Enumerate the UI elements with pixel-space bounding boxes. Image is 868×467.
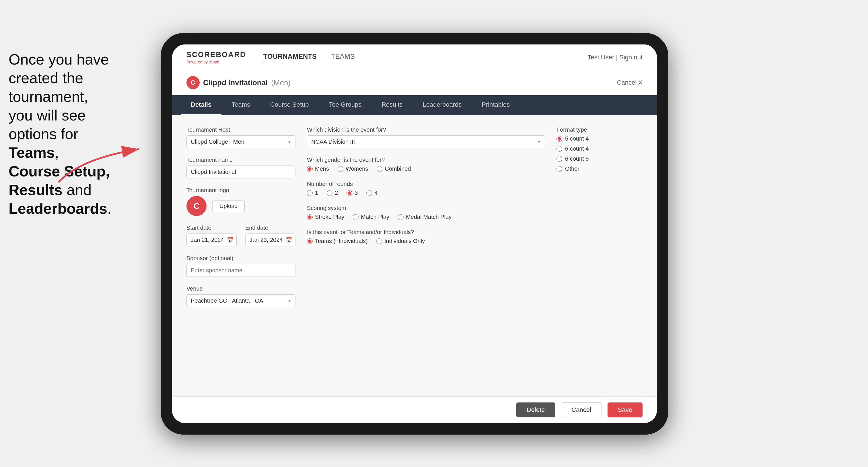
tournament-name-input[interactable]	[186, 165, 296, 179]
rounds-1-label: 1	[315, 190, 318, 196]
form-area: Tournament Host Clippd College - Men Tou…	[172, 115, 657, 397]
tournament-host-label: Tournament Host	[186, 126, 296, 133]
venue-group: Venue Peachtree GC - Atlanta - GA	[186, 285, 296, 307]
individuals-only-label: Individuals Only	[384, 238, 425, 244]
individuals-only-radio[interactable]	[376, 238, 382, 244]
scoring-stroke-radio[interactable]	[307, 214, 313, 220]
scoring-medal-label: Medal Match Play	[406, 214, 452, 220]
start-date-icon: 📅	[227, 237, 233, 243]
rounds-3[interactable]: 3	[346, 190, 358, 196]
start-date-group: Start date 📅	[186, 225, 237, 246]
division-group: Which division is the event for? NCAA Di…	[307, 126, 545, 148]
tournament-host-select-wrapper: Clippd College - Men	[186, 135, 296, 148]
scoring-stroke-label: Stroke Play	[315, 214, 344, 220]
left-column: Tournament Host Clippd College - Men Tou…	[186, 126, 296, 385]
date-row: Start date 📅 End date 📅	[186, 225, 296, 246]
tab-course-setup[interactable]: Course Setup	[260, 95, 319, 115]
tournament-name-group: Tournament name	[186, 157, 296, 179]
arrow-indicator	[55, 134, 157, 194]
cancel-x-button[interactable]: Cancel X	[617, 79, 643, 86]
gender-mens-radio[interactable]	[307, 166, 313, 172]
format-other[interactable]: Other	[557, 165, 643, 172]
format-6count5-radio[interactable]	[557, 156, 562, 162]
rounds-1-radio[interactable]	[307, 190, 313, 196]
end-date-wrapper: 📅	[245, 234, 296, 246]
start-date-label: Start date	[186, 225, 237, 231]
format-6count4[interactable]: 6 count 4	[557, 146, 643, 152]
scoring-medal-match-play[interactable]: Medal Match Play	[398, 214, 452, 220]
rounds-3-radio[interactable]	[346, 190, 352, 196]
scoring-match-play[interactable]: Match Play	[353, 214, 389, 220]
rounds-4[interactable]: 4	[366, 190, 377, 196]
rounds-2-label: 2	[335, 190, 338, 196]
tab-tee-groups[interactable]: Tee Groups	[319, 95, 371, 115]
upload-button[interactable]: Upload	[212, 200, 245, 212]
dates-group: Start date 📅 End date 📅	[186, 225, 296, 246]
format-5count4-radio[interactable]	[557, 136, 562, 142]
format-other-radio[interactable]	[557, 166, 562, 172]
rounds-1[interactable]: 1	[307, 190, 318, 196]
tournament-logo: C	[186, 76, 199, 89]
gender-womens-radio[interactable]	[338, 166, 343, 172]
teams-plus-individuals[interactable]: Teams (+Individuals)	[307, 238, 368, 244]
rounds-label: Number of rounds	[307, 181, 545, 187]
cancel-button[interactable]: Cancel	[561, 402, 601, 417]
tab-printables[interactable]: Printables	[472, 95, 520, 115]
division-label: Which division is the event for?	[307, 126, 545, 133]
end-date-group: End date 📅	[245, 225, 296, 246]
bold-teams: Teams	[9, 144, 55, 161]
sponsor-label: Sponsor (optional)	[186, 255, 296, 261]
main-content: Tournament Host Clippd College - Men Tou…	[172, 115, 657, 423]
scoring-group: Scoring system Stroke Play Match Play	[307, 205, 545, 220]
logo-title: SCOREBOARD	[186, 50, 246, 59]
sponsor-group: Sponsor (optional)	[186, 255, 296, 277]
scoring-label: Scoring system	[307, 205, 545, 211]
nav-links: TOURNAMENTS TEAMS	[263, 53, 588, 62]
format-6count4-radio[interactable]	[557, 146, 562, 152]
gender-womens-label: Womens	[346, 165, 368, 172]
tab-teams[interactable]: Teams	[221, 95, 260, 115]
gender-womens[interactable]: Womens	[338, 165, 368, 172]
bold-results: Results	[9, 182, 63, 198]
gender-group: Which gender is the event for? Mens Wome…	[307, 157, 545, 172]
nav-teams[interactable]: TEAMS	[331, 53, 355, 62]
individuals-only[interactable]: Individuals Only	[376, 238, 425, 244]
venue-select[interactable]: Peachtree GC - Atlanta - GA	[186, 294, 296, 307]
end-date-icon: 📅	[286, 237, 292, 243]
division-select[interactable]: NCAA Division III	[307, 135, 545, 148]
tab-details[interactable]: Details	[181, 95, 221, 115]
scoring-match-radio[interactable]	[353, 214, 359, 220]
gender-mens[interactable]: Mens	[307, 165, 329, 172]
delete-button[interactable]: Delete	[516, 402, 555, 417]
user-info[interactable]: Test User | Sign out	[587, 54, 643, 61]
gender-combined-label: Combined	[385, 165, 411, 172]
bold-leaderboards: Leaderboards	[9, 200, 107, 217]
format-5count4[interactable]: 5 count 4	[557, 135, 643, 142]
tab-leaderboards[interactable]: Leaderboards	[413, 95, 472, 115]
tournament-host-select[interactable]: Clippd College - Men	[186, 135, 296, 148]
gender-combined-radio[interactable]	[377, 166, 382, 172]
tournament-logo-label: Tournament logo	[186, 187, 296, 194]
format-other-label: Other	[565, 165, 580, 172]
format-6count5[interactable]: 6 count 5	[557, 155, 643, 162]
gender-mens-label: Mens	[315, 165, 329, 172]
teams-plus-radio[interactable]	[307, 238, 313, 244]
scoring-medal-radio[interactable]	[398, 214, 404, 220]
right-column: Format type 5 count 4 6 count 4	[557, 126, 643, 385]
rounds-2[interactable]: 2	[327, 190, 338, 196]
sponsor-input[interactable]	[186, 264, 296, 277]
tournament-gender: (Men)	[271, 78, 290, 87]
scoring-stroke-play[interactable]: Stroke Play	[307, 214, 344, 220]
rounds-2-radio[interactable]	[327, 190, 333, 196]
nav-tournaments[interactable]: TOURNAMENTS	[263, 53, 317, 62]
gender-combined[interactable]: Combined	[377, 165, 411, 172]
rounds-4-radio[interactable]	[366, 190, 372, 196]
gender-label: Which gender is the event for?	[307, 157, 545, 163]
teams-plus-label: Teams (+Individuals)	[315, 238, 368, 244]
rounds-radio-group: 1 2 3 4	[307, 190, 545, 196]
venue-select-wrapper: Peachtree GC - Atlanta - GA	[186, 294, 296, 307]
format-label: Format type	[557, 126, 643, 133]
tab-results[interactable]: Results	[371, 95, 412, 115]
save-button[interactable]: Save	[608, 402, 643, 417]
tablet-screen: SCOREBOARD Powered by clippd TOURNAMENTS…	[172, 44, 657, 423]
